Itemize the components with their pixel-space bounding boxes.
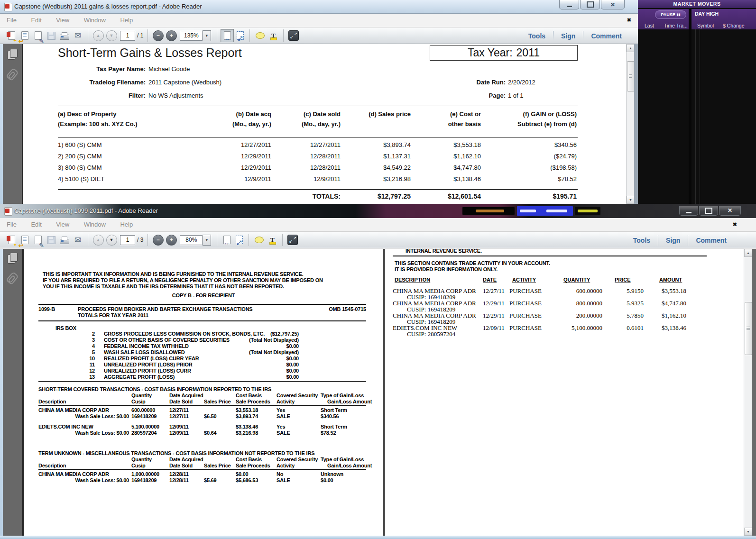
fit-page-button[interactable]: ⤢ [233, 234, 245, 246]
comment-balloon-button[interactable] [254, 29, 266, 42]
create-pdf-button[interactable]: ✦ [5, 29, 18, 42]
email-button[interactable]: ✉ [72, 29, 84, 42]
menu-file[interactable]: File [7, 218, 17, 231]
tx-sales-price: $5.69 [204, 477, 217, 484]
scrolling-mode-button[interactable]: ↔ [221, 234, 233, 246]
zoom-in-button[interactable]: + [165, 29, 177, 42]
pdf-document-area: THIS IS IMPORTANT TAX INFORMATION AND IS… [24, 249, 743, 536]
col-header-a1: (a) Desc of Property [58, 110, 117, 118]
next-page-button[interactable]: ▼ [105, 29, 118, 42]
menu-edit[interactable]: Edit [31, 218, 41, 231]
export-arrow-icon: ↩ [18, 243, 23, 248]
sign-pen-button[interactable]: ✎ [32, 233, 44, 247]
trade-amount: $1,162.10 [640, 312, 686, 320]
title-bar[interactable]: Capstone (Wedbush) 1099 2011.pdf - Adobe… [0, 204, 756, 218]
highlight-text-button[interactable]: T [267, 29, 279, 42]
scroll-thumb[interactable] [627, 61, 635, 91]
maximize-button[interactable] [699, 206, 718, 216]
document-close-icon[interactable]: ✖ [733, 221, 737, 228]
fit-page-button[interactable]: ⤢ [234, 29, 246, 42]
table-header-rule [58, 137, 578, 137]
save-button[interactable] [45, 233, 57, 247]
scroll-down-button[interactable]: ▼ [744, 528, 752, 536]
market-movers-right-header: DAY HIGH Symbol $ Change [691, 9, 756, 29]
col-header-f1: (f) GAIN or (LOSS) [482, 110, 577, 118]
export-pdf-button[interactable]: ↩ [18, 233, 31, 247]
print-icon [60, 35, 69, 40]
print-button[interactable] [58, 29, 71, 42]
previous-page-button[interactable]: ▲ [92, 233, 104, 247]
menu-help[interactable]: Help [120, 14, 133, 27]
window-title: Capstone (Wedbush) 1099 2011.pdf - Adobe… [14, 204, 158, 218]
menu-view[interactable]: View [56, 14, 69, 27]
toolbar-separator [249, 234, 249, 246]
vertical-scrollbar[interactable]: ▲ ▼ [626, 44, 634, 204]
page-thumbnails-icon[interactable] [8, 255, 15, 264]
sign-pen-button[interactable]: ✎ [32, 29, 44, 42]
comment-panel-button[interactable]: Comment [583, 31, 629, 41]
tx-sale-proceeds: $5,686.53 [236, 477, 258, 484]
document-close-icon[interactable]: ✖ [627, 17, 631, 23]
scroll-up-button[interactable]: ▲ [627, 44, 635, 52]
minimize-button[interactable] [559, 0, 579, 9]
pause-button[interactable]: PAUSE ▮▮ [655, 10, 686, 19]
highlight-icon: T [270, 32, 277, 39]
zoom-in-button[interactable]: + [165, 233, 177, 247]
email-button[interactable]: ✉ [72, 233, 84, 247]
menu-file[interactable]: File [7, 14, 17, 27]
menu-window[interactable]: Window [84, 218, 106, 231]
menu-window[interactable]: Window [84, 14, 106, 27]
zoom-level-value[interactable]: 80% [180, 235, 203, 245]
menu-edit[interactable]: Edit [31, 14, 41, 27]
close-button[interactable]: ✕ [719, 206, 741, 216]
export-pdf-button[interactable]: ↩ [18, 29, 31, 42]
hdr-description: DESCRIPTION [395, 277, 430, 283]
menu-view[interactable]: View [56, 218, 69, 231]
table-bottom-rule [58, 189, 578, 190]
attachments-paperclip-icon[interactable] [6, 272, 19, 285]
trade-row: CHINA MA MEDIA CORP ADRCUSIP: 1694182091… [24, 300, 743, 312]
tx-activity: SALE [277, 477, 290, 484]
zoom-out-button[interactable]: − [152, 233, 164, 247]
save-button[interactable] [45, 29, 57, 42]
scroll-thumb[interactable] [745, 302, 752, 355]
page-total-label: / 1 [137, 32, 143, 39]
tools-panel-button[interactable]: Tools [626, 235, 658, 246]
create-pdf-button[interactable]: ✦ [5, 233, 18, 247]
fullscreen-button[interactable]: ↗↙ [286, 233, 299, 247]
attachments-paperclip-icon[interactable] [6, 68, 19, 82]
sign-panel-button[interactable]: Sign [658, 235, 688, 246]
highlight-text-button[interactable]: T [266, 233, 278, 247]
fullscreen-button[interactable]: ↗↙ [287, 29, 300, 42]
page-thumbnails-icon[interactable] [8, 51, 15, 60]
zoom-out-button[interactable]: − [152, 29, 164, 42]
row-gain-loss: $340.56 [482, 141, 577, 148]
next-page-button[interactable]: ▼ [105, 233, 118, 247]
comment-balloon-button[interactable] [253, 233, 265, 247]
menu-help[interactable]: Help [120, 218, 133, 231]
comment-panel-button[interactable]: Comment [688, 235, 734, 246]
zoom-level-value[interactable]: 135% [180, 31, 203, 41]
maximize-button[interactable] [580, 0, 600, 9]
irs-box-desc: FEDERAL INCOME TAX WITHHELD [104, 343, 189, 349]
sign-panel-button[interactable]: Sign [553, 31, 583, 41]
zoom-dropdown-button[interactable]: ▾ [203, 235, 211, 246]
vertical-scrollbar[interactable]: ▲ ▼ [744, 249, 752, 536]
scrolling-mode-button[interactable]: ↔ [221, 29, 234, 42]
hdr-sale-proceeds: Sale Proceeds [236, 463, 270, 469]
minimize-button[interactable] [679, 206, 698, 216]
page-number-input[interactable] [120, 235, 135, 245]
tools-panel-button[interactable]: Tools [521, 31, 553, 41]
hdr-type-gain-loss: Type of Gain/Loss [321, 457, 364, 463]
close-button[interactable]: ✕ [601, 0, 625, 9]
irs-box-value: $0.00 [204, 362, 299, 368]
page-number-input[interactable] [120, 31, 135, 41]
zoom-dropdown-button[interactable]: ▾ [203, 30, 211, 41]
title-bar[interactable]: Capstone (Wedbush) 2011 gains & losses r… [0, 0, 638, 14]
print-button[interactable] [58, 233, 71, 247]
scroll-down-button[interactable]: ▼ [627, 196, 635, 204]
previous-page-button[interactable]: ▲ [92, 29, 104, 42]
scroll-up-button[interactable]: ▲ [744, 249, 752, 257]
column-divider [700, 29, 700, 204]
irs-box-row: 13AGGREGATE PROFIT (LOSS)$0.00 [24, 374, 383, 380]
